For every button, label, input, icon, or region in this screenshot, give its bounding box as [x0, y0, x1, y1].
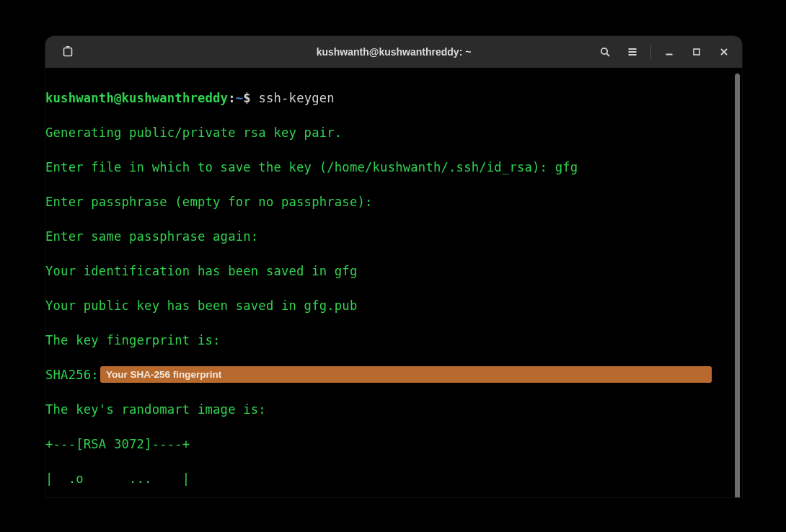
hamburger-menu-icon[interactable] [620, 41, 645, 63]
prompt-host: kushwanthreddy [122, 91, 229, 105]
output-line: Enter file in which to save the key (/ho… [45, 159, 739, 176]
command: ssh-keygen [258, 91, 334, 105]
maximize-button[interactable] [684, 41, 709, 63]
prompt-colon: : [228, 91, 236, 105]
minimize-button[interactable] [657, 41, 681, 63]
prompt-line: kushwanth@kushwanthreddy:~$ ssh-keygen [45, 89, 739, 107]
output-line: Generating public/private rsa key pair. [45, 124, 739, 141]
new-tab-button[interactable] [56, 41, 80, 63]
terminal-content[interactable]: kushwanth@kushwanthreddy:~$ ssh-keygen G… [45, 68, 742, 497]
terminal-output: kushwanth@kushwanthreddy:~$ ssh-keygen G… [45, 71, 742, 497]
titlebar: kushwanth@kushwanthreddy: ~ [45, 36, 742, 68]
sha-row: SHA256:Your SHA-256 fingerprint [45, 366, 739, 384]
redaction-overlay: Your SHA-256 fingerprint [100, 366, 712, 383]
prompt-at: @ [114, 91, 122, 105]
output-line: Enter passphrase (empty for no passphras… [45, 193, 739, 210]
search-icon[interactable] [593, 41, 617, 63]
randomart-line: +---[RSA 3072]----+ [45, 435, 739, 453]
prompt-user: kushwanth [45, 91, 114, 105]
sha-label: SHA256: [45, 368, 99, 382]
terminal-window: kushwanth@kushwanthreddy: ~ [45, 36, 742, 497]
titlebar-separator [650, 45, 651, 59]
output-line: Enter same passphrase again: [45, 228, 739, 245]
svg-rect-0 [64, 48, 72, 56]
svg-rect-9 [694, 49, 699, 55]
output-line: The key's randomart image is: [45, 401, 739, 418]
output-line: The key fingerprint is: [45, 332, 739, 349]
scrollbar[interactable] [735, 74, 740, 497]
output-line: Your identification has been saved in gf… [45, 262, 739, 280]
output-line: Your public key has been saved in gfg.pu… [45, 297, 739, 314]
prompt-path: ~ [236, 91, 244, 105]
svg-point-3 [601, 48, 607, 54]
randomart-line: | .o ... | [45, 470, 739, 487]
close-button[interactable] [712, 41, 736, 63]
svg-line-4 [606, 53, 609, 56]
prompt-dollar: $ [243, 91, 258, 105]
